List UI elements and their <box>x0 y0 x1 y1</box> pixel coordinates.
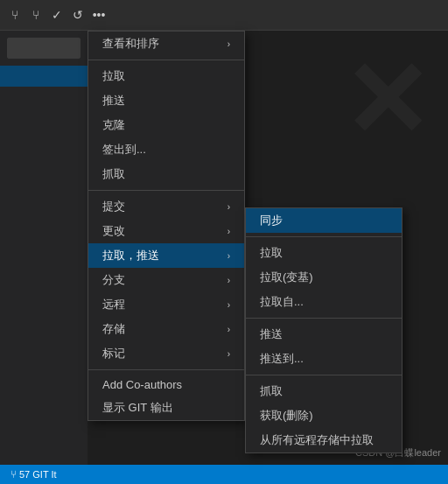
menu-item-pull-push-label: 拉取，推送 <box>102 248 159 263</box>
menu-item-checkout-label: 签出到... <box>102 142 146 158</box>
submenu-item-pull-rebase-label: 拉取(变基) <box>260 270 313 285</box>
menu-item-tags-label: 标记 <box>102 346 125 361</box>
submenu-item-sync[interactable]: 同步 <box>246 208 402 233</box>
sidebar-panel <box>0 31 88 465</box>
menu-item-git-output[interactable]: 显示 GIT 输出 <box>88 396 244 420</box>
menu-item-commit[interactable]: 提交 › <box>88 194 244 219</box>
menu-item-tags[interactable]: 标记 › <box>88 341 244 366</box>
more-icon[interactable]: ••• <box>91 7 107 23</box>
menu-item-remote[interactable]: 远程 › <box>88 292 244 317</box>
submenu-item-sync-label: 同步 <box>260 213 283 228</box>
menu-item-pull-push[interactable]: 拉取，推送 › <box>88 243 244 268</box>
submenu-item-fetch-label: 抓取 <box>260 383 283 399</box>
submenu-item-push-to-label: 推送到... <box>260 351 304 367</box>
submenu-item-pull-label: 拉取 <box>260 245 283 261</box>
submenu-arrow-sort: › <box>228 39 230 49</box>
menu-item-checkout[interactable]: 签出到... <box>88 137 244 162</box>
menu-item-remote-label: 远程 <box>102 297 125 312</box>
submenu-item-pull-rebase[interactable]: 拉取(变基) <box>246 265 402 290</box>
separator-1 <box>88 60 244 60</box>
submenu-arrow-pull-push: › <box>228 251 230 261</box>
context-menu-primary: 查看和排序 › 拉取 推送 克隆 签出到... 抓取 提交 › 更改 › 拉取， <box>88 31 245 421</box>
submenu-item-pull-from[interactable]: 拉取自... <box>246 290 402 314</box>
submenu-item-fetch[interactable]: 抓取 <box>246 379 402 403</box>
menu-item-branch-label: 分支 <box>102 272 125 288</box>
menu-item-sort[interactable]: 查看和排序 › <box>88 32 244 56</box>
menu-item-stash-label: 存储 <box>102 321 125 337</box>
submenu-arrow-stash: › <box>228 325 230 334</box>
menu-item-sort-label: 查看和排序 <box>102 36 159 52</box>
source-control-icon[interactable]: ⑂ <box>7 7 23 23</box>
menu-item-commit-label: 提交 <box>102 199 125 214</box>
submenu-item-push-label: 推送 <box>260 326 283 342</box>
submenu-arrow-commit: › <box>228 202 230 212</box>
checkmark-icon[interactable]: ✓ <box>49 7 65 23</box>
menu-item-coauthors-label: Add Co-authors <box>102 378 182 391</box>
sub-separator-1 <box>246 236 402 237</box>
submenu-arrow-branch: › <box>228 276 230 285</box>
menu-item-changes[interactable]: 更改 › <box>88 219 244 243</box>
context-menu-secondary: 同步 拉取 拉取(变基) 拉取自... 推送 推送到... 抓取 获取(删除) … <box>245 207 402 453</box>
menu-item-clone-label: 克隆 <box>102 117 125 133</box>
menu-item-pull[interactable]: 拉取 <box>88 64 244 88</box>
submenu-item-pull-all-remotes[interactable]: 从所有远程存储中拉取 <box>246 428 402 452</box>
menu-item-clone[interactable]: 克隆 <box>88 113 244 137</box>
submenu-item-push-to[interactable]: 推送到... <box>246 347 402 371</box>
top-bar: ⑂ ⑂ ✓ ↺ ••• <box>0 0 448 31</box>
submenu-arrow-tags: › <box>228 349 230 359</box>
submenu-item-pull-from-label: 拉取自... <box>260 294 304 310</box>
git-branch-label: 57 GIT It <box>19 469 57 480</box>
separator-2 <box>88 190 244 191</box>
sub-separator-2 <box>246 318 402 319</box>
search-input[interactable] <box>7 38 80 59</box>
main-content: ✕ 查看和排序 › 拉取 推送 克隆 签出到... 抓取 提交 › 更改 <box>0 31 448 484</box>
menu-item-pull-label: 拉取 <box>102 68 125 84</box>
menu-item-branch[interactable]: 分支 › <box>88 268 244 292</box>
menu-item-git-output-label: 显示 GIT 输出 <box>102 400 173 416</box>
bottom-bar: ⑂ 57 GIT It <box>0 465 448 484</box>
submenu-arrow-changes: › <box>228 227 230 236</box>
sidebar-highlight <box>0 66 88 87</box>
menu-item-fetch-label: 抓取 <box>102 166 125 182</box>
submenu-item-pull[interactable]: 拉取 <box>246 241 402 265</box>
menu-item-fetch[interactable]: 抓取 <box>88 162 244 186</box>
git-branch-item[interactable]: ⑂ 57 GIT It <box>7 468 60 480</box>
menu-item-changes-label: 更改 <box>102 223 125 239</box>
watermark: ✕ <box>342 48 430 153</box>
separator-3 <box>88 369 244 370</box>
submenu-item-push[interactable]: 推送 <box>246 322 402 347</box>
submenu-item-pull-all-remotes-label: 从所有远程存储中拉取 <box>260 432 374 448</box>
menu-item-push[interactable]: 推送 <box>88 88 244 113</box>
branch-icon[interactable]: ⑂ <box>28 7 44 23</box>
submenu-arrow-remote: › <box>228 300 230 310</box>
menu-item-push-label: 推送 <box>102 93 125 109</box>
sub-separator-3 <box>246 375 402 375</box>
watermark-symbol: ✕ <box>342 48 430 153</box>
menu-item-coauthors[interactable]: Add Co-authors <box>88 374 244 396</box>
refresh-icon[interactable]: ↺ <box>70 7 86 23</box>
git-branch-icon: ⑂ <box>10 468 17 480</box>
menu-item-stash[interactable]: 存储 › <box>88 317 244 341</box>
submenu-item-fetch-prune[interactable]: 获取(删除) <box>246 403 402 428</box>
submenu-item-fetch-prune-label: 获取(删除) <box>260 408 313 424</box>
